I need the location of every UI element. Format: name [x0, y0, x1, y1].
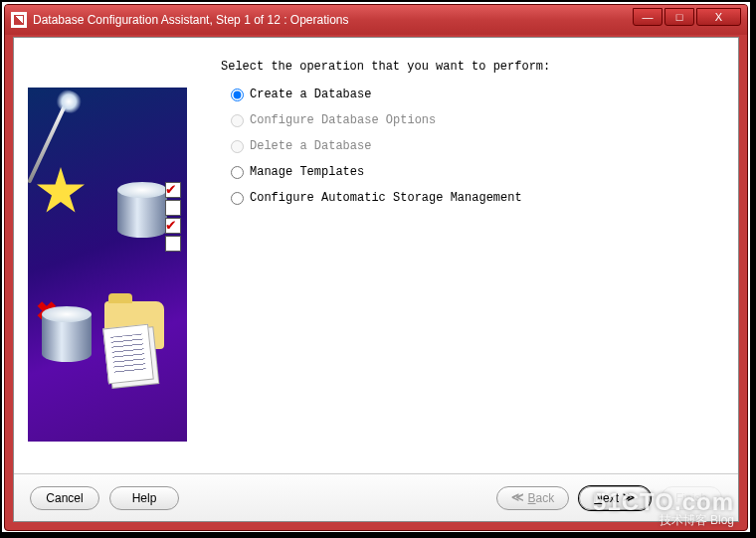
arrow-right-icon: ≫ [623, 490, 636, 505]
window-title: Database Configuration Assistant, Step 1… [33, 13, 633, 27]
minimize-button[interactable]: — [633, 8, 662, 26]
documents-icon [102, 324, 154, 385]
maximize-button[interactable]: □ [664, 8, 694, 26]
radio-create-database[interactable] [231, 89, 244, 101]
client-area: ✖ Select the operation that you want to … [13, 37, 739, 522]
option-label: Create a Database [250, 88, 371, 101]
content-area: ✖ Select the operation that you want to … [14, 38, 738, 471]
window-controls: — □ X [633, 8, 741, 26]
option-create-database[interactable]: Create a Database [231, 88, 718, 101]
back-label: Back [528, 491, 555, 505]
titlebar[interactable]: Database Configuration Assistant, Step 1… [5, 5, 747, 35]
option-label: Configure Automatic Storage Management [250, 191, 522, 205]
wizard-footer: Cancel Help ≪ Back Next ≫ Finish [14, 473, 738, 521]
option-configure-database: Configure Database Options [231, 113, 718, 127]
option-delete-database: Delete a Database [231, 139, 718, 153]
radio-configure-asm[interactable] [231, 192, 244, 205]
radio-configure-database [231, 114, 244, 127]
close-button[interactable]: X [696, 8, 741, 26]
radio-delete-database [231, 140, 244, 153]
star-icon [36, 167, 86, 217]
main-panel: Select the operation that you want to pe… [187, 38, 738, 471]
database-cylinder-icon [42, 306, 92, 366]
option-label: Manage Templates [250, 165, 364, 179]
cancel-button[interactable]: Cancel [30, 486, 99, 510]
option-label: Configure Database Options [250, 113, 436, 127]
next-button[interactable]: Next ≫ [579, 486, 651, 510]
wizard-sidebar-image: ✖ [28, 88, 187, 442]
next-label: Next [594, 491, 619, 505]
database-cylinder-icon [117, 182, 167, 242]
option-configure-asm[interactable]: Configure Automatic Storage Management [231, 191, 718, 205]
radio-manage-templates[interactable] [231, 166, 244, 179]
option-manage-templates[interactable]: Manage Templates [231, 165, 718, 179]
application-window: Database Configuration Assistant, Step 1… [4, 4, 748, 531]
wand-icon [28, 100, 69, 183]
operation-options: Create a Database Configure Database Opt… [231, 88, 718, 205]
finish-label: Finish [675, 491, 707, 505]
prompt-text: Select the operation that you want to pe… [221, 60, 718, 74]
app-icon [11, 12, 27, 28]
arrow-left-icon: ≪ [511, 490, 524, 505]
help-button[interactable]: Help [109, 486, 179, 510]
back-button: ≪ Back [496, 486, 570, 510]
option-label: Delete a Database [250, 139, 371, 153]
finish-button: Finish [661, 486, 722, 510]
checklist-icon [165, 182, 181, 252]
outer-frame: Database Configuration Assistant, Step 1… [0, 0, 752, 534]
